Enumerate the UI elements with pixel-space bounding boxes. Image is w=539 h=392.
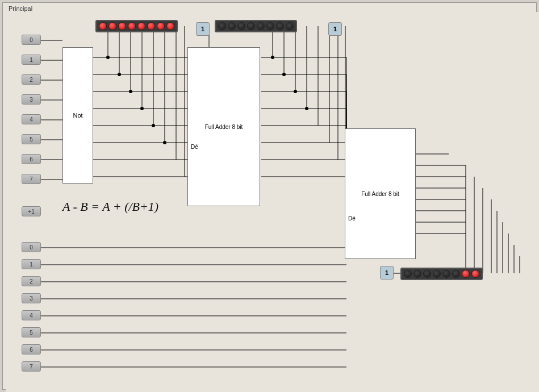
- switch-b5[interactable]: 5: [22, 327, 41, 337]
- switch-a0-label: 0: [30, 37, 33, 43]
- switch-a2[interactable]: 2: [22, 74, 41, 85]
- led-7: [166, 22, 174, 30]
- const-1a: 1: [196, 22, 210, 36]
- switch-b2-label: 2: [30, 278, 33, 285]
- switch-b1-label: 1: [30, 261, 33, 268]
- switch-b7-label: 7: [30, 364, 33, 370]
- led-r2: [237, 22, 245, 30]
- switch-b6[interactable]: 6: [22, 344, 41, 355]
- switch-b6-label: 6: [30, 347, 33, 353]
- led-5: [147, 22, 155, 30]
- switch-b7[interactable]: 7: [22, 361, 41, 372]
- switch-a3[interactable]: 3: [22, 94, 41, 105]
- switch-a6-label: 6: [30, 156, 33, 162]
- led-r4: [257, 22, 265, 30]
- switch-b5-label: 5: [30, 330, 33, 336]
- led-out-1: [413, 270, 421, 278]
- led-r6: [276, 22, 284, 30]
- switch-b0[interactable]: 0: [22, 242, 41, 252]
- switch-a1[interactable]: 1: [22, 55, 41, 65]
- switch-b3-label: 3: [30, 295, 33, 302]
- led-out-4: [442, 270, 450, 278]
- formula-display: A - B = A + (/B+1): [62, 199, 158, 214]
- const-1c: 1: [380, 266, 394, 280]
- not-gate: Not: [62, 47, 93, 184]
- switch-b0-label: 0: [30, 244, 33, 251]
- switch-b2[interactable]: 2: [22, 276, 41, 286]
- switch-a6[interactable]: 6: [22, 154, 41, 164]
- led-out-6: [462, 270, 470, 278]
- top-led-display-right: [215, 20, 297, 32]
- switch-b4-label: 4: [30, 312, 33, 319]
- led-r7: [286, 22, 294, 30]
- switch-a7[interactable]: 7: [22, 174, 41, 184]
- switch-a3-label: 3: [30, 97, 33, 103]
- led-r0: [218, 22, 226, 30]
- switch-a5-label: 5: [30, 136, 33, 143]
- full-adder-2: Full Adder 8 bit: [345, 128, 416, 259]
- top-led-display-left: [95, 20, 178, 32]
- window-title: Principal: [9, 5, 32, 12]
- switch-b1[interactable]: 1: [22, 259, 41, 269]
- switch-a2-label: 2: [30, 77, 33, 83]
- de-label-1: Dé: [191, 144, 198, 150]
- switch-b4[interactable]: 4: [22, 310, 41, 320]
- switch-a4[interactable]: 4: [22, 114, 41, 124]
- bottom-led-display: [400, 268, 483, 280]
- led-out-0: [404, 270, 412, 278]
- led-out-3: [433, 270, 441, 278]
- const-1b: 1: [328, 22, 342, 36]
- switch-a0[interactable]: 0: [22, 35, 41, 45]
- full-adder-1: Full Adder 8 bit: [187, 47, 260, 206]
- switch-a1-label: 1: [30, 57, 33, 63]
- led-out-7: [471, 270, 479, 278]
- de-label-2: Dé: [348, 215, 356, 222]
- full-adder-1-label: Full Adder 8 bit: [205, 123, 243, 131]
- led-1: [108, 22, 116, 30]
- switch-a5[interactable]: 5: [22, 134, 41, 144]
- led-6: [157, 22, 165, 30]
- led-out-5: [452, 270, 460, 278]
- not-label: Not: [73, 112, 82, 119]
- led-3: [128, 22, 136, 30]
- led-r5: [266, 22, 274, 30]
- led-r3: [247, 22, 255, 30]
- full-adder-2-label: Full Adder 8 bit: [361, 190, 399, 198]
- led-4: [137, 22, 145, 30]
- led-0: [99, 22, 107, 30]
- switch-a7-label: 7: [30, 176, 33, 182]
- led-r1: [228, 22, 236, 30]
- formula-text: A - B = A + (/B+1): [62, 199, 158, 214]
- led-out-2: [423, 270, 431, 278]
- switch-plus1-label: +1: [28, 208, 34, 215]
- led-2: [118, 22, 126, 30]
- switch-b3[interactable]: 3: [22, 293, 41, 303]
- switch-plus1[interactable]: +1: [22, 206, 41, 216]
- switch-a4-label: 4: [30, 116, 33, 123]
